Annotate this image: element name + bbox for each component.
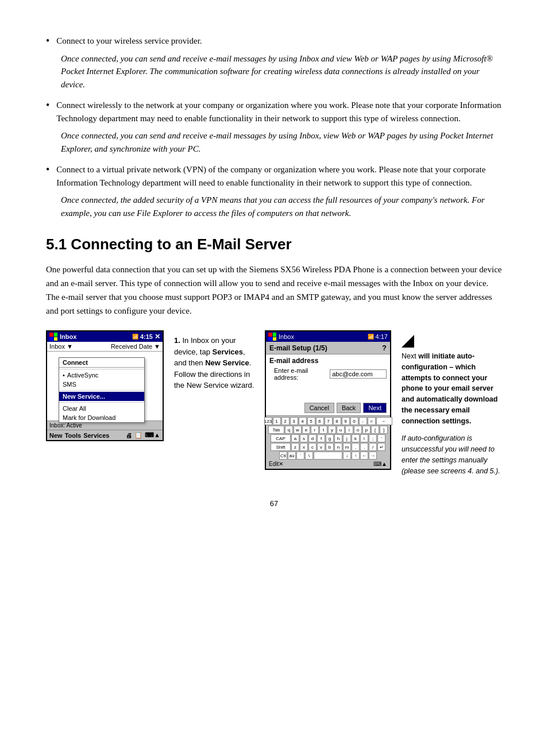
key-space[interactable] — [314, 452, 342, 460]
key-w[interactable]: w — [294, 426, 302, 434]
key-enter[interactable]: ↵ — [377, 443, 385, 451]
inbox-folder-dropdown[interactable]: Inbox ▼ — [49, 343, 73, 350]
key-g[interactable]: g — [326, 434, 334, 442]
key-cap[interactable]: CAP — [271, 434, 291, 442]
key-equals[interactable]: = — [368, 417, 376, 425]
bullet-dot-2: • — [46, 100, 49, 125]
screen1-container: Inbox 📶 4:15 ✕ Inbox ▼ Received Date ▼ C… — [46, 330, 164, 441]
key-7[interactable]: 7 — [325, 417, 333, 425]
back-button[interactable]: Back — [337, 403, 361, 413]
email-setup-header: Inbox 📶 4:17 — [266, 331, 390, 342]
key-comma[interactable]: , — [352, 443, 360, 451]
key-u[interactable]: u — [337, 426, 345, 434]
key-h[interactable]: h — [334, 434, 342, 442]
note-italic-text: If auto-configuration is unsuccessful yo… — [402, 433, 502, 476]
key-left[interactable]: ← — [360, 452, 368, 460]
key-n[interactable]: n — [334, 443, 342, 451]
key-k[interactable]: k — [352, 434, 360, 442]
key-quote[interactable]: ' — [377, 434, 385, 442]
inbox-title-2: Inbox — [279, 333, 294, 340]
key-t[interactable]: t — [319, 426, 327, 434]
next-button[interactable]: Next — [363, 403, 387, 413]
popup-sms[interactable]: SMS — [59, 380, 144, 389]
key-y[interactable]: y — [328, 426, 336, 434]
bullet-dot-1: • — [46, 36, 49, 48]
key-f[interactable]: f — [317, 434, 325, 442]
key-6[interactable]: 6 — [316, 417, 324, 425]
screen2-container: Inbox 📶 4:17 E-mail Setup (1/5) ? E-mail… — [265, 330, 391, 470]
email-buttons: Cancel Back Next — [266, 400, 390, 415]
key-ctl[interactable]: Ctl — [279, 452, 287, 460]
key-z[interactable]: z — [291, 443, 299, 451]
inbox-sort-dropdown[interactable]: Received Date ▼ — [111, 343, 160, 350]
key-shift[interactable]: Shift — [271, 443, 291, 451]
bullet-item-1: • Connect to your wireless service provi… — [46, 34, 502, 48]
key-2[interactable]: 2 — [281, 417, 290, 425]
email-address-label: E-mail address — [269, 357, 387, 365]
key-123[interactable]: 123 — [264, 417, 272, 425]
popup-new-service[interactable]: New Service... — [59, 392, 144, 401]
kbd-icon: ⌨▲ — [373, 461, 387, 467]
key-3[interactable]: 3 — [290, 417, 298, 425]
close-kbd-icon[interactable]: ✕ — [279, 461, 283, 467]
inbox-new-btn[interactable]: New — [49, 432, 63, 439]
popup-mark-download[interactable]: Mark for Download — [59, 413, 144, 422]
key-q[interactable]: q — [285, 426, 293, 434]
email-input-field[interactable]: abc@cde.com — [330, 369, 387, 379]
help-icon[interactable]: ? — [382, 344, 387, 352]
key-0[interactable]: 0 — [350, 417, 358, 425]
key-b[interactable]: b — [326, 443, 334, 451]
inbox-icon1: 🖨 — [126, 432, 132, 439]
key-lbracket[interactable]: [ — [371, 426, 379, 434]
windows-logo-icon — [49, 333, 57, 341]
key-i[interactable]: i — [345, 426, 353, 434]
key-s[interactable]: s — [300, 434, 308, 442]
key-x[interactable]: x — [300, 443, 308, 451]
key-4[interactable]: 4 — [299, 417, 307, 425]
key-backspace[interactable]: ← — [376, 417, 392, 425]
key-p[interactable]: p — [362, 426, 371, 434]
key-d[interactable]: d — [308, 434, 317, 442]
screenshots-row: Inbox 📶 4:15 ✕ Inbox ▼ Received Date ▼ C… — [46, 330, 502, 476]
inbox-tools-btn[interactable]: Tools — [65, 432, 82, 439]
popup-clear-all[interactable]: Clear All — [59, 404, 144, 413]
key-c[interactable]: c — [308, 443, 317, 451]
key-e[interactable]: e — [302, 426, 310, 434]
key-dash[interactable]: - — [359, 417, 367, 425]
key-rbracket[interactable]: ] — [380, 426, 388, 434]
key-l[interactable]: l — [360, 434, 368, 442]
key-j[interactable]: j — [343, 434, 351, 442]
page-number: 67 — [46, 499, 502, 508]
key-up[interactable]: ↑ — [352, 452, 360, 460]
key-backtick[interactable]: ` — [296, 452, 304, 460]
keyboard-bottom: Edit ✕ ⌨▲ — [267, 460, 389, 468]
key-a[interactable]: a — [291, 434, 299, 442]
setup-title-text: E-mail Setup (1/5) — [269, 344, 327, 352]
keyboard-toggle-icon[interactable]: ⌨▲ — [145, 431, 160, 439]
key-v[interactable]: v — [317, 443, 325, 451]
key-8[interactable]: 8 — [333, 417, 341, 425]
inbox-screen-2: Inbox 📶 4:17 E-mail Setup (1/5) ? E-mail… — [265, 330, 391, 470]
key-r[interactable]: r — [311, 426, 319, 434]
right-note: Next will initiate auto-configuration – … — [402, 330, 502, 476]
key-down[interactable]: ↓ — [343, 452, 351, 460]
key-5[interactable]: 5 — [307, 417, 315, 425]
key-1[interactable]: 1 — [273, 417, 281, 425]
key-m[interactable]: m — [343, 443, 351, 451]
popup-activesync[interactable]: •ActiveSync — [59, 371, 144, 380]
cancel-button[interactable]: Cancel — [304, 403, 334, 413]
key-backslash[interactable]: \ — [305, 452, 313, 460]
key-slash[interactable]: / — [369, 443, 377, 451]
inbox-services-btn[interactable]: Services — [83, 432, 109, 439]
note-bold-text: will initiate auto-configuration – which… — [402, 352, 497, 425]
key-tab[interactable]: Tab — [268, 426, 284, 434]
key-aü[interactable]: áü — [288, 452, 296, 460]
key-9[interactable]: 9 — [342, 417, 350, 425]
key-right[interactable]: → — [369, 452, 377, 460]
key-semicolon[interactable]: ; — [369, 434, 377, 442]
bullet-item-2: • Connect wirelessly to the network at y… — [46, 99, 502, 125]
key-period[interactable]: . — [360, 443, 368, 451]
email-address-section: E-mail address Enter e-mail address: abc… — [266, 354, 390, 383]
key-o[interactable]: o — [354, 426, 362, 434]
edit-label[interactable]: Edit — [269, 461, 279, 467]
